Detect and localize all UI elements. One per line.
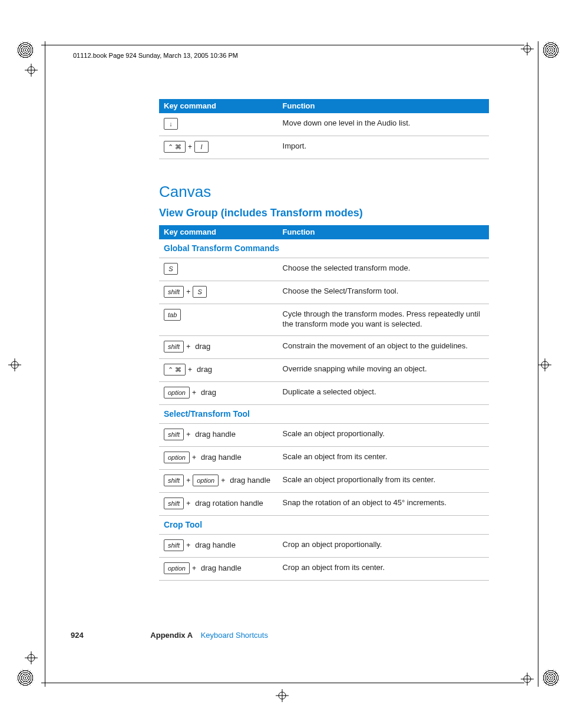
table-row: tabCycle through the transform modes. Pr… bbox=[159, 304, 489, 335]
key-command-cell: tab bbox=[159, 304, 278, 335]
table-row: option+drag handleScale an object from i… bbox=[159, 446, 489, 469]
gesture-text: drag bbox=[194, 364, 212, 375]
function-cell: Import. bbox=[278, 136, 489, 159]
gesture-text: drag handle bbox=[227, 475, 270, 486]
table-row: shift+drag handleCrop an object proporti… bbox=[159, 534, 489, 557]
col-function: Function bbox=[278, 99, 489, 113]
table-row: shift+dragConstrain the movement of an o… bbox=[159, 335, 489, 358]
gesture-text: drag rotation handle bbox=[193, 498, 263, 509]
crop-line bbox=[41, 683, 524, 683]
keycap: tab bbox=[164, 309, 181, 321]
keycap: ↓ bbox=[164, 118, 178, 130]
keycap: S bbox=[193, 286, 207, 298]
function-cell: Crop an object proportionally. bbox=[278, 534, 489, 557]
plus-joiner: + bbox=[190, 453, 199, 462]
registration-mark bbox=[25, 651, 38, 664]
table-row: shift+drag handleScale an object proport… bbox=[159, 423, 489, 446]
gesture-text: drag handle bbox=[199, 452, 242, 463]
registration-mark bbox=[25, 64, 38, 77]
table-row: ⌃ ⌘+dragOverride snapping while moving a… bbox=[159, 358, 489, 381]
keycap: option bbox=[164, 562, 190, 574]
registration-mark bbox=[521, 673, 534, 686]
function-cell: Scale an object proportionally from its … bbox=[278, 469, 489, 492]
table-row: ⌃ ⌘+IImport. bbox=[159, 136, 489, 159]
gesture-text: drag bbox=[193, 341, 210, 352]
plus-joiner: + bbox=[186, 142, 194, 151]
col-function: Function bbox=[278, 225, 489, 239]
plus-joiner: + bbox=[184, 430, 193, 439]
spiral-mark bbox=[542, 669, 560, 687]
function-cell: Cycle through the transform modes. Press… bbox=[278, 304, 489, 335]
subheading-row: Select/Transform Tool bbox=[159, 404, 489, 423]
function-cell: Scale an object from its center. bbox=[278, 446, 489, 469]
gesture-text: drag handle bbox=[193, 429, 236, 440]
function-cell: Constrain the movement of an object to t… bbox=[278, 335, 489, 358]
keycap: option bbox=[193, 475, 219, 486]
spiral-mark bbox=[16, 669, 34, 687]
registration-mark bbox=[276, 689, 289, 702]
table-row: shift+SChoose the Select/Transform tool. bbox=[159, 281, 489, 304]
function-cell: Choose the selected transform mode. bbox=[278, 258, 489, 281]
keycap: ⌃ ⌘ bbox=[164, 364, 186, 375]
plus-joiner: + bbox=[190, 388, 199, 397]
content-area: Key command Function ↓Move down one leve… bbox=[159, 99, 489, 581]
plus-joiner: + bbox=[219, 476, 227, 485]
key-command-cell: ⌃ ⌘+I bbox=[159, 136, 278, 159]
table-row: option+dragDuplicate a selected object. bbox=[159, 381, 489, 404]
group-subheading: Crop Tool bbox=[159, 515, 489, 534]
keycap: I bbox=[194, 141, 209, 153]
keycap: option bbox=[164, 452, 190, 463]
key-command-cell: shift+drag rotation handle bbox=[159, 492, 278, 515]
function-cell: Snap the rotation of an object to 45° in… bbox=[278, 492, 489, 515]
page-number: 924 bbox=[71, 631, 84, 640]
table-row: option+drag handleCrop an object from it… bbox=[159, 557, 489, 580]
key-command-cell: shift+drag bbox=[159, 335, 278, 358]
shortcut-table-canvas: Key command Function Global Transform Co… bbox=[159, 225, 489, 581]
keycap: shift bbox=[164, 498, 184, 509]
key-command-cell: option+drag handle bbox=[159, 557, 278, 580]
gesture-text: drag bbox=[199, 387, 216, 398]
group-subheading: Global Transform Commands bbox=[159, 239, 489, 258]
table-row: SChoose the selected transform mode. bbox=[159, 258, 489, 281]
plus-joiner: + bbox=[184, 287, 193, 297]
plus-joiner: + bbox=[190, 564, 199, 573]
keycap: shift bbox=[164, 341, 184, 353]
key-command-cell: option+drag handle bbox=[159, 446, 278, 469]
keycap: option bbox=[164, 387, 190, 398]
function-cell: Duplicate a selected object. bbox=[278, 381, 489, 404]
section-heading-canvas: Canvas bbox=[159, 183, 489, 201]
key-command-cell: shift+drag handle bbox=[159, 423, 278, 446]
page-footer: 924 Appendix A Keyboard Shortcuts bbox=[71, 631, 268, 640]
key-command-cell: ⌃ ⌘+drag bbox=[159, 358, 278, 381]
plus-joiner: + bbox=[186, 365, 194, 374]
crop-line bbox=[41, 45, 524, 45]
table-row: shift+drag rotation handleSnap the rotat… bbox=[159, 492, 489, 515]
crop-line bbox=[538, 41, 538, 687]
section-subheading-viewgroup: View Group (includes Transform modes) bbox=[159, 207, 489, 219]
key-command-cell: shift+option+drag handle bbox=[159, 469, 278, 492]
keycap: shift bbox=[164, 539, 184, 551]
col-key-command: Key command bbox=[159, 99, 278, 113]
keycap: shift bbox=[164, 286, 184, 298]
plus-joiner: + bbox=[184, 541, 193, 550]
spiral-mark bbox=[542, 41, 560, 59]
registration-mark bbox=[538, 358, 551, 371]
key-command-cell: shift+drag handle bbox=[159, 534, 278, 557]
function-cell: Move down one level in the Audio list. bbox=[278, 113, 489, 136]
spiral-mark bbox=[16, 41, 34, 59]
plus-joiner: + bbox=[184, 342, 193, 351]
plus-joiner: + bbox=[184, 476, 193, 485]
key-command-cell: option+drag bbox=[159, 381, 278, 404]
keycap: shift bbox=[164, 475, 184, 486]
keycap: S bbox=[164, 263, 178, 275]
function-cell: Scale an object proportionally. bbox=[278, 423, 489, 446]
key-command-cell: S bbox=[159, 258, 278, 281]
plus-joiner: + bbox=[184, 499, 193, 508]
subheading-row: Crop Tool bbox=[159, 515, 489, 534]
function-cell: Crop an object from its center. bbox=[278, 557, 489, 580]
gesture-text: drag handle bbox=[193, 540, 236, 551]
shortcut-table-audio: Key command Function ↓Move down one leve… bbox=[159, 99, 489, 159]
col-key-command: Key command bbox=[159, 225, 278, 239]
group-subheading: Select/Transform Tool bbox=[159, 404, 489, 423]
page-header-meta: 01112.book Page 924 Sunday, March 13, 20… bbox=[73, 52, 238, 59]
